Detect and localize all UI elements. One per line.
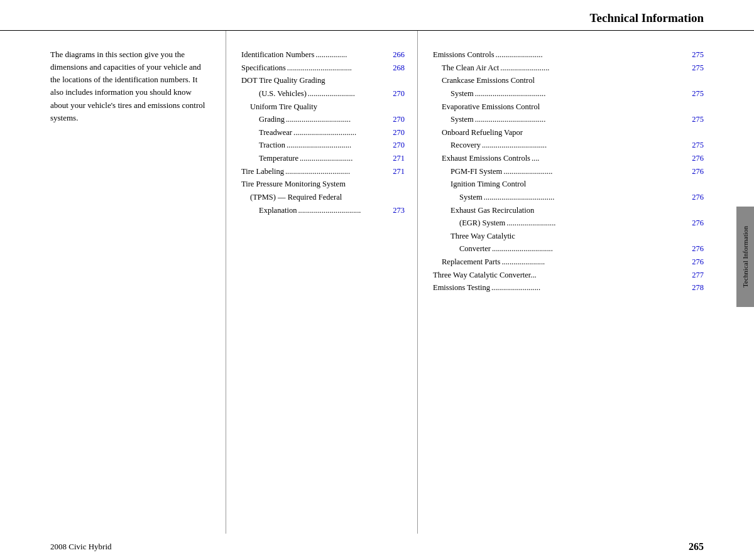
toc-title: (TPMS) — Required Federal xyxy=(250,193,342,202)
right-toc-column: Emissions Controls......................… xyxy=(418,31,704,534)
toc-page: 276 xyxy=(692,256,704,269)
toc-dots: .................................... xyxy=(475,113,691,126)
toc-entry: (TPMS) — Required Federal xyxy=(250,191,405,204)
toc-entry: Temperature...........................27… xyxy=(259,152,405,165)
toc-page: 275 xyxy=(692,139,704,152)
toc-title: Replacement Parts xyxy=(442,256,500,269)
toc-page: 276 xyxy=(692,165,704,178)
toc-dots: ........................ xyxy=(496,48,691,62)
toc-page: 275 xyxy=(692,87,704,100)
toc-page: 276 xyxy=(692,242,704,256)
toc-title: Explanation xyxy=(259,204,297,217)
toc-title: Ignition Timing Control xyxy=(451,180,526,188)
toc-dots: ................................. xyxy=(287,62,391,75)
toc-title: Evaporative Emissions Control xyxy=(442,102,540,111)
toc-page: 275 xyxy=(692,113,704,126)
toc-dots: ................................. xyxy=(287,139,391,152)
toc-entry: Crankcase Emissions Control xyxy=(442,74,704,87)
toc-page: 266 xyxy=(393,48,405,62)
toc-title: Uniform Tire Quality xyxy=(250,102,317,111)
toc-dots: ................ xyxy=(315,48,391,62)
toc-title: Traction xyxy=(259,139,285,152)
toc-title: Crankcase Emissions Control xyxy=(442,76,535,85)
toc-page: 268 xyxy=(393,62,405,75)
toc-entry: Emissions Controls......................… xyxy=(433,48,704,62)
toc-entry: Three Way Catalytic Converter... 277 xyxy=(433,269,704,282)
toc-page: 271 xyxy=(393,165,405,178)
toc-entry: Exhaust Gas Recirculation xyxy=(451,204,704,217)
toc-entry: Uniform Tire Quality xyxy=(250,100,405,114)
toc-dots: ...................... xyxy=(501,256,691,269)
toc-title: Converter xyxy=(459,242,491,256)
toc-title: Emissions Controls xyxy=(433,48,494,62)
toc-dots: ......................... xyxy=(506,217,691,230)
toc-entry: Onboard Refueling Vapor xyxy=(442,126,704,139)
toc-dots: ................................ xyxy=(293,126,391,139)
toc-page: 270 xyxy=(393,113,405,126)
toc-entry: System..................................… xyxy=(451,87,704,100)
toc-title: System xyxy=(459,191,483,204)
toc-page: 276 xyxy=(692,191,704,204)
toc-title: Tire Labeling xyxy=(241,165,284,178)
toc-entry: Converter...............................… xyxy=(459,242,704,256)
toc-entry: Traction................................… xyxy=(259,139,405,152)
toc-title: Recovery xyxy=(451,139,481,152)
toc-entry: (EGR) System.........................276 xyxy=(459,217,704,230)
toc-title: Tire Pressure Monitoring System xyxy=(241,180,346,188)
toc-page: 276 xyxy=(692,152,704,165)
toc-title: DOT Tire Quality Grading xyxy=(241,76,325,85)
toc-entry: System..................................… xyxy=(451,113,704,126)
page-container: Technical Information The diagrams in th… xyxy=(0,0,754,560)
toc-title: (U.S. Vehicles) xyxy=(259,87,307,100)
toc-title: Exhaust Emissions Controls xyxy=(442,152,530,165)
toc-entry: Explanation.............................… xyxy=(259,204,405,217)
toc-title: Specifications xyxy=(241,62,286,75)
toc-page: 277 xyxy=(692,269,704,282)
toc-title: Grading xyxy=(259,113,285,126)
toc-entry: Exhaust Emissions Controls....276 xyxy=(442,152,704,165)
toc-entry: The Clean Air Act.......................… xyxy=(442,62,704,75)
toc-entry: Evaporative Emissions Control xyxy=(442,100,704,114)
page-header: Technical Information xyxy=(0,0,754,31)
toc-entry: Treadwear...............................… xyxy=(259,126,405,139)
toc-title: (EGR) System xyxy=(459,217,505,230)
toc-entry: PGM-FI System.........................27… xyxy=(451,165,704,178)
toc-dots: ................................. xyxy=(482,139,691,152)
toc-entry: Identification Numbers................26… xyxy=(241,48,405,62)
toc-page: 271 xyxy=(393,152,405,165)
toc-title: The Clean Air Act xyxy=(442,62,499,75)
toc-entry: Specifications..........................… xyxy=(241,62,405,75)
toc-dots: ........................... xyxy=(300,152,391,165)
toc-entry: Grading.................................… xyxy=(259,113,405,126)
toc-title: Three Way Catalytic Converter... xyxy=(433,269,537,282)
toc-dots: ......................... xyxy=(491,281,691,294)
toc-title: Identification Numbers xyxy=(241,48,314,62)
toc-title: Emissions Testing xyxy=(433,281,490,294)
toc-dots: ................................. xyxy=(285,165,391,178)
toc-entry: Tire Labeling...........................… xyxy=(241,165,405,178)
car-model: 2008 Civic Hybrid xyxy=(50,542,112,552)
toc-title: Exhaust Gas Recirculation xyxy=(451,206,534,215)
toc-dots: .................................... xyxy=(484,191,691,204)
left-column: The diagrams in this section give you th… xyxy=(50,31,226,534)
toc-dots: ......................... xyxy=(503,165,691,178)
toc-title: System xyxy=(451,87,474,100)
side-tab: Technical Information xyxy=(736,207,754,307)
toc-page: 270 xyxy=(393,87,405,100)
toc-entry: System..................................… xyxy=(459,191,704,204)
toc-entry: Ignition Timing Control xyxy=(451,178,704,191)
main-content: The diagrams in this section give you th… xyxy=(0,31,754,534)
toc-title: Temperature xyxy=(259,152,298,165)
toc-page: 275 xyxy=(692,62,704,75)
toc-page: 276 xyxy=(692,217,704,230)
description-text: The diagrams in this section give you th… xyxy=(50,48,207,124)
toc-entry: Emissions Testing.......................… xyxy=(433,281,704,294)
toc-entry: (U.S. Vehicles)........................2… xyxy=(259,87,405,100)
toc-title: Onboard Refueling Vapor xyxy=(442,128,523,137)
toc-dots: ................................ xyxy=(298,204,391,217)
toc-entry: Recovery................................… xyxy=(451,139,704,152)
toc-page: 270 xyxy=(393,126,405,139)
toc-title: Treadwear xyxy=(259,126,292,139)
page-title: Technical Information xyxy=(590,11,704,25)
toc-page: 273 xyxy=(393,204,405,217)
